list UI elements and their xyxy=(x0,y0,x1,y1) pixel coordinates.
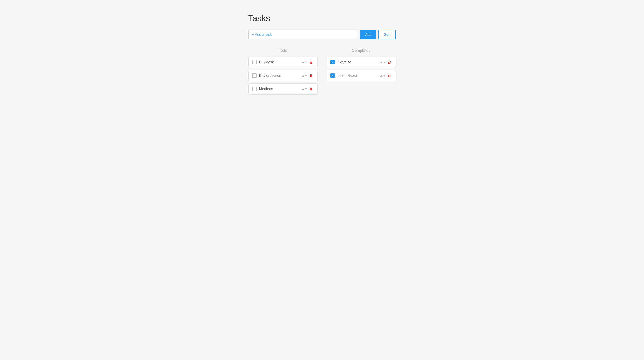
delete-button-learn-react[interactable]: 🗑 xyxy=(387,74,392,78)
arrows-group xyxy=(302,88,307,90)
task-label-learn-react: Learn React xyxy=(338,74,378,78)
move-down-icon[interactable] xyxy=(305,75,307,76)
move-up-icon[interactable] xyxy=(302,75,304,76)
task-checkbox-meditate[interactable] xyxy=(252,87,256,91)
arrows-group xyxy=(380,62,386,63)
move-down-icon[interactable] xyxy=(305,62,307,63)
input-row: Add Sort xyxy=(248,30,396,40)
task-checkbox-exercise[interactable] xyxy=(330,60,335,64)
move-up-icon[interactable] xyxy=(302,62,304,63)
task-checkbox-learn-react[interactable] xyxy=(330,74,335,78)
task-actions-meditate: 🗑 xyxy=(302,87,314,91)
delete-button-buy-desk[interactable]: 🗑 xyxy=(308,60,314,64)
completed-column-header: Completed xyxy=(326,48,396,53)
table-row: Buy groceries 🗑 xyxy=(248,70,318,81)
todo-column: Todo Buy desk 🗑 xyxy=(248,48,318,95)
move-down-icon[interactable] xyxy=(305,88,307,90)
delete-button-meditate[interactable]: 🗑 xyxy=(308,87,314,91)
trash-icon: 🗑 xyxy=(388,74,391,78)
task-actions-learn-react: 🗑 xyxy=(380,74,392,78)
page-title: Tasks xyxy=(248,14,396,23)
table-row: Meditate 🗑 xyxy=(248,84,318,95)
task-checkbox-buy-groceries[interactable] xyxy=(252,74,256,78)
columns: Todo Buy desk 🗑 xyxy=(248,48,396,95)
table-row: Buy desk 🗑 xyxy=(248,56,318,68)
task-actions-buy-desk: 🗑 xyxy=(302,60,314,64)
trash-icon: 🗑 xyxy=(388,60,391,64)
task-checkbox-buy-desk[interactable] xyxy=(252,60,256,64)
delete-button-buy-groceries[interactable]: 🗑 xyxy=(308,74,314,78)
completed-column: Completed Exercise 🗑 xyxy=(326,48,396,95)
arrows-group xyxy=(380,75,386,76)
task-actions-buy-groceries: 🗑 xyxy=(302,74,314,78)
trash-icon: 🗑 xyxy=(309,87,313,91)
arrows-group xyxy=(302,75,307,76)
table-row: Exercise 🗑 xyxy=(326,56,396,68)
move-up-icon[interactable] xyxy=(380,75,382,76)
arrows-group xyxy=(302,62,307,63)
delete-button-exercise[interactable]: 🗑 xyxy=(387,60,392,64)
move-up-icon[interactable] xyxy=(302,88,304,90)
sort-button[interactable]: Sort xyxy=(378,30,396,40)
trash-icon: 🗑 xyxy=(309,60,313,64)
trash-icon: 🗑 xyxy=(309,74,313,78)
move-down-icon[interactable] xyxy=(383,62,386,63)
todo-column-header: Todo xyxy=(248,48,318,53)
task-actions-exercise: 🗑 xyxy=(380,60,392,64)
task-input[interactable] xyxy=(248,30,358,40)
move-up-icon[interactable] xyxy=(380,62,382,63)
todo-task-list: Buy desk 🗑 Buy groceries xyxy=(248,56,318,95)
task-label-exercise: Exercise xyxy=(338,60,378,64)
add-button[interactable]: Add xyxy=(360,30,376,40)
task-label-meditate: Meditate xyxy=(259,87,299,91)
task-label-buy-groceries: Buy groceries xyxy=(259,74,299,78)
task-label-buy-desk: Buy desk xyxy=(259,60,299,64)
completed-task-list: Exercise 🗑 Learn React xyxy=(326,56,396,81)
move-down-icon[interactable] xyxy=(383,75,386,76)
table-row: Learn React 🗑 xyxy=(326,70,396,81)
app-container: Tasks Add Sort Todo Buy desk xyxy=(244,0,400,108)
